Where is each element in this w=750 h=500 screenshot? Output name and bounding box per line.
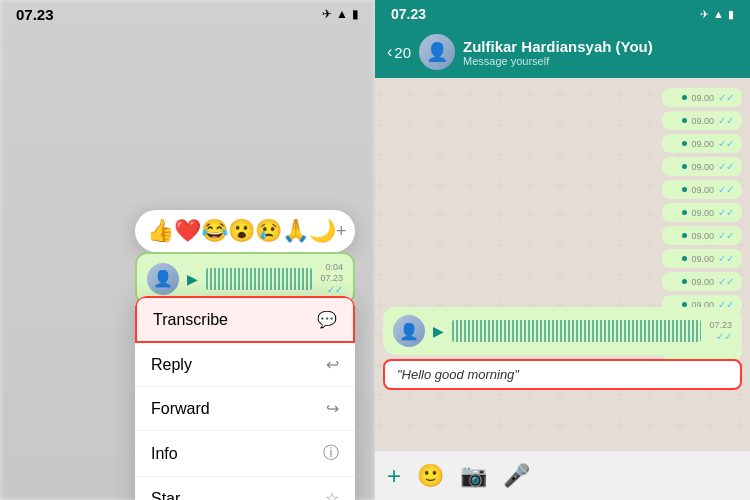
reply-icon: ↩ (326, 355, 339, 374)
message-dot (682, 256, 687, 261)
bottom-toolbar: + 🙂 📷 🎤 (375, 450, 750, 500)
table-row: 09.00 ✓✓ (662, 88, 742, 107)
play-button[interactable]: ▶ (187, 271, 198, 287)
left-avatar: 👤 (147, 263, 179, 295)
voice-meta: 0:04 07.23 ✓✓ (320, 262, 343, 295)
table-row: 09.00 ✓✓ (662, 272, 742, 291)
menu-item-star[interactable]: Star ☆ (135, 477, 355, 500)
airplane-icon: ✈ (322, 7, 332, 21)
waveform (206, 268, 312, 290)
transcription-box: "Hello good morning" (383, 359, 742, 390)
check-marks: ✓✓ (718, 230, 734, 241)
voice-bubble: 👤 ▶ 07.23 ✓✓ (383, 307, 742, 355)
star-label: Star (151, 490, 180, 501)
transcribe-icon: 💬 (317, 310, 337, 329)
check-marks: ✓✓ (327, 284, 343, 295)
reply-label: Reply (151, 356, 192, 374)
voice-duration: 0:04 (325, 262, 343, 272)
camera-button[interactable]: 📷 (460, 463, 487, 489)
menu-item-forward[interactable]: Forward ↪ (135, 387, 355, 431)
voice-sent-time: 07.23 (320, 273, 343, 283)
check-marks: ✓✓ (718, 115, 734, 126)
info-label: Info (151, 445, 178, 463)
chat-header: ‹ 20 👤 Zulfikar Hardiansyah (You) Messag… (375, 28, 750, 78)
right-battery-icon: ▮ (728, 8, 734, 21)
back-count: 20 (394, 44, 411, 61)
info-icon: ⓘ (323, 443, 339, 464)
header-info: Zulfikar Hardiansyah (You) Message yours… (463, 38, 738, 67)
message-dot (682, 141, 687, 146)
header-avatar: 👤 (419, 34, 455, 70)
right-panel: 07.23 ✈ ▲ ▮ ‹ 20 👤 Zulfikar Hardiansyah … (375, 0, 750, 500)
check-marks: ✓✓ (718, 253, 734, 264)
contact-name: Zulfikar Hardiansyah (You) (463, 38, 738, 55)
menu-item-transcribe[interactable]: Transcribe 💬 (135, 296, 355, 343)
back-chevron-icon: ‹ (387, 43, 392, 61)
right-airplane-icon: ✈ (700, 8, 709, 21)
right-wifi-icon: ▲ (713, 8, 724, 20)
context-menu: Transcribe 💬 Reply ↩ Forward ↪ Info ⓘ St… (135, 296, 355, 500)
star-icon: ☆ (325, 489, 339, 500)
menu-item-info[interactable]: Info ⓘ (135, 431, 355, 477)
voice-waveform (452, 320, 701, 342)
table-row: 09.00 ✓✓ (662, 226, 742, 245)
voice-avatar: 👤 (393, 315, 425, 347)
message-dot (682, 210, 687, 215)
message-dot (682, 164, 687, 169)
mic-button[interactable]: 🎤 (503, 463, 530, 489)
reaction-more[interactable]: + (336, 221, 347, 242)
voice-time: 07.23 (709, 320, 732, 330)
table-row: 09.00 ✓✓ (662, 180, 742, 199)
table-row: 09.00 ✓✓ (662, 203, 742, 222)
message-dot (682, 95, 687, 100)
message-dot (682, 118, 687, 123)
check-marks: ✓✓ (718, 161, 734, 172)
bottom-voice-message: 👤 ▶ 07.23 ✓✓ "Hello good morning" (383, 307, 742, 390)
left-panel: 07.23 ✈ ▲ ▮ 👍 ❤️ 😂 😮 😢 🙏 🌙 + 👤 ▶ 0:04 07… (0, 0, 375, 500)
message-dot (682, 279, 687, 284)
messages-area: 09.00 ✓✓ 09.00 ✓✓ 09.00 ✓✓ 09.00 ✓✓ 09.0… (375, 78, 750, 450)
reaction-moon[interactable]: 🌙 (309, 218, 336, 244)
transcribe-label: Transcribe (153, 311, 228, 329)
left-status-icons: ✈ ▲ ▮ (322, 7, 359, 21)
plus-button[interactable]: + (387, 462, 401, 490)
voice-meta: 07.23 ✓✓ (709, 320, 732, 342)
left-status-bar: 07.23 ✈ ▲ ▮ (0, 0, 375, 28)
back-button[interactable]: ‹ 20 (387, 43, 411, 61)
voice-checks: ✓✓ (716, 331, 732, 342)
right-status-icons: ✈ ▲ ▮ (700, 8, 734, 21)
reaction-laugh[interactable]: 😂 (201, 218, 228, 244)
forward-label: Forward (151, 400, 210, 418)
check-marks: ✓✓ (718, 276, 734, 287)
reaction-bar[interactable]: 👍 ❤️ 😂 😮 😢 🙏 🌙 + (135, 210, 355, 252)
right-time: 07.23 (391, 6, 426, 22)
reaction-wow[interactable]: 😮 (228, 218, 255, 244)
table-row: 09.00 ✓✓ (662, 111, 742, 130)
menu-item-reply[interactable]: Reply ↩ (135, 343, 355, 387)
message-dot (682, 187, 687, 192)
contact-subtitle: Message yourself (463, 55, 738, 67)
table-row: 09.00 ✓✓ (662, 157, 742, 176)
wifi-icon: ▲ (336, 7, 348, 21)
check-marks: ✓✓ (718, 184, 734, 195)
emoji-button[interactable]: 🙂 (417, 463, 444, 489)
check-marks: ✓✓ (718, 207, 734, 218)
check-marks: ✓✓ (718, 92, 734, 103)
battery-icon: ▮ (352, 7, 359, 21)
message-dot (682, 233, 687, 238)
reaction-heart[interactable]: ❤️ (174, 218, 201, 244)
forward-icon: ↪ (326, 399, 339, 418)
left-time: 07.23 (16, 6, 54, 23)
reaction-sad[interactable]: 😢 (255, 218, 282, 244)
table-row: 09.00 ✓✓ (662, 134, 742, 153)
reaction-pray[interactable]: 🙏 (282, 218, 309, 244)
check-marks: ✓✓ (718, 138, 734, 149)
right-status-bar: 07.23 ✈ ▲ ▮ (375, 0, 750, 28)
reaction-thumbs-up[interactable]: 👍 (147, 218, 174, 244)
table-row: 09.00 ✓✓ (662, 249, 742, 268)
voice-play-button[interactable]: ▶ (433, 323, 444, 339)
